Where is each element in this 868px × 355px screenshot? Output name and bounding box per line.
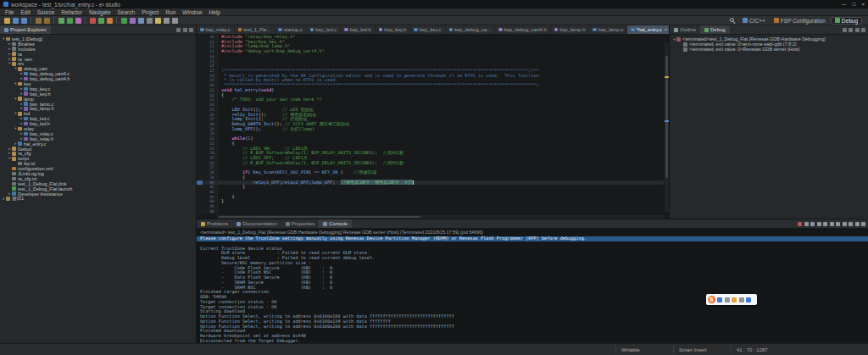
toolbox-icon[interactable] <box>746 297 751 302</box>
save-all-icon[interactable] <box>21 18 27 24</box>
build-all-icon[interactable] <box>36 18 42 24</box>
scrollbar-thumb[interactable] <box>665 56 668 178</box>
terminate-icon[interactable] <box>798 222 802 226</box>
editor-tab-bsp-led-h[interactable]: hbsp_led.h <box>341 25 376 34</box>
save-icon[interactable] <box>13 18 19 24</box>
keyboard-icon[interactable] <box>739 297 744 302</box>
view-menu-icon[interactable] <box>189 28 193 32</box>
editor-tab-bsp-debug-uart4-h[interactable]: hbsp_debug_uart4.h <box>495 25 550 34</box>
tab-outline[interactable]: Outline <box>670 25 700 34</box>
profile-icon[interactable] <box>75 18 81 24</box>
link-with-editor-icon[interactable] <box>183 28 187 32</box>
search-icon[interactable] <box>729 17 736 24</box>
menu-source[interactable]: Source <box>34 9 58 15</box>
coverage-icon[interactable] <box>130 18 136 24</box>
hfile-icon <box>24 92 28 96</box>
view-menu-icon[interactable] <box>849 28 853 32</box>
external-tools-icon[interactable] <box>121 18 127 24</box>
maximize-icon[interactable] <box>861 222 865 226</box>
pin-console-icon[interactable] <box>836 222 840 226</box>
menu-refactor[interactable]: Refactor <box>58 9 86 15</box>
menu-search[interactable]: Search <box>114 9 139 15</box>
tab-project-explorer[interactable]: Project Explorer <box>0 25 51 34</box>
ime-icons <box>717 297 751 302</box>
code-editor[interactable]: 10#include "relay/bsp_relay.h"11#include… <box>197 34 669 215</box>
menu-project[interactable]: Project <box>138 9 162 15</box>
editor-tab-bsp-key-h[interactable]: hbsp_key.h <box>376 25 411 34</box>
tab-label: Debug <box>710 27 726 32</box>
tree-item-1[interactable]: ▸测试1 <box>0 197 196 202</box>
voice-icon[interactable] <box>732 297 737 302</box>
editor-tab-bsp-key-c[interactable]: cbsp_key.c <box>410 25 445 34</box>
project-explorer-tabbar: Project Explorer <box>0 25 196 35</box>
maximize-icon[interactable] <box>861 28 865 32</box>
project-icon <box>6 37 10 42</box>
scrollbar-thumb[interactable] <box>219 216 420 218</box>
remove-all-terminated-icon[interactable] <box>843 28 847 32</box>
perspective-fsp-configuration[interactable]: FSP Configuration <box>771 17 829 25</box>
tab-console[interactable]: Console <box>319 219 352 228</box>
editor-tab-bsp-lamp-c[interactable]: cbsp_lamp.c <box>589 25 627 34</box>
menu-edit[interactable]: Edit <box>17 9 33 15</box>
perspective-debug[interactable]: Debug <box>831 17 862 25</box>
step-into-icon[interactable] <box>107 18 113 24</box>
resume-icon[interactable] <box>98 18 104 24</box>
perspective-cpp[interactable]: C/C++ <box>739 17 769 25</box>
close-button[interactable]: × <box>861 2 865 7</box>
debug-item-process-terminated[interactable]: <terminated, exit value: 0>Renesas GDB s… <box>671 47 868 52</box>
editor-tab-bsp-relay-c[interactable]: cbsp_relay.c <box>197 25 235 34</box>
menu-run[interactable]: Run <box>162 9 179 15</box>
close-tab-icon[interactable]: × <box>665 27 667 32</box>
editor-tab-label: bsp_led.h <box>350 27 371 32</box>
tab-properties[interactable]: Properties <box>281 219 319 228</box>
back-icon[interactable] <box>164 18 170 24</box>
terminate-icon[interactable] <box>90 18 96 24</box>
minimize-icon[interactable] <box>855 28 860 32</box>
mark-occurrences-icon[interactable] <box>147 18 153 24</box>
new-cpp-item-icon[interactable] <box>138 18 144 24</box>
minimize-icon[interactable] <box>855 222 860 226</box>
language-mode-icon[interactable] <box>717 297 722 302</box>
editor-tab-bsp-debug-ua[interactable]: cbsp_debug_ua... <box>446 25 496 34</box>
remove-all-launches-icon[interactable] <box>810 222 815 226</box>
build-project-icon[interactable] <box>44 18 50 24</box>
menu-help[interactable]: Help <box>205 9 223 15</box>
maximize-button[interactable]: □ <box>853 2 856 7</box>
debug-toolbar <box>843 28 868 32</box>
new-icon[interactable] <box>4 18 10 24</box>
input-style-icon[interactable] <box>725 297 730 302</box>
display-selected-console-icon[interactable] <box>843 222 847 226</box>
code-line-46[interactable]: 46 <box>197 209 669 214</box>
word-wrap-icon[interactable] <box>830 222 834 226</box>
editor-tab-startup-c[interactable]: cstartup.c <box>275 25 307 34</box>
debug-icon[interactable] <box>58 18 64 24</box>
remove-launch-icon[interactable] <box>804 222 809 226</box>
editor-tab-bsp-lamp-h[interactable]: hbsp_lamp.h <box>551 25 589 34</box>
run-icon[interactable] <box>67 18 73 24</box>
sogou-logo-icon[interactable]: S <box>708 296 715 303</box>
last-edit-location-icon[interactable] <box>155 18 161 24</box>
clear-console-icon[interactable] <box>817 222 821 226</box>
debug-item-label: <terminated, exit value: 0>Renesas GDB s… <box>689 47 800 52</box>
minimize-button[interactable]: — <box>842 2 847 7</box>
tab-problems[interactable]: Problems <box>197 219 232 228</box>
editor-tab-hal-entry-c[interactable]: c*hal_entry.c× <box>627 25 669 34</box>
tab-debug[interactable]: Debug <box>700 25 730 34</box>
menu-navigate[interactable]: Navigate <box>86 9 114 15</box>
open-console-icon[interactable] <box>849 222 853 226</box>
menu-window[interactable]: Window <box>179 9 205 15</box>
editor-tab-label: *hal_entry.c <box>637 27 662 32</box>
file-icon <box>12 182 16 186</box>
debug-item-label: <terminated>test_1_Debug_Flat [Renesas G… <box>682 36 826 42</box>
collapse-all-icon[interactable] <box>176 28 181 32</box>
folder-icon <box>12 152 16 156</box>
editor-tab-test-1-fla[interactable]: test_1_Fla... <box>235 25 275 34</box>
srcfolder-icon <box>12 62 16 66</box>
editor-tab-bsp-led-c[interactable]: cbsp_led.c <box>307 25 341 34</box>
tab-documentation[interactable]: Documentation <box>232 219 281 228</box>
console-output[interactable]: Please configure the TrustZone settings … <box>197 236 868 344</box>
c-file-icon: c <box>200 28 204 32</box>
scroll-lock-icon[interactable] <box>823 222 827 226</box>
forward-icon[interactable] <box>172 18 178 24</box>
menu-file[interactable]: File <box>2 9 17 15</box>
